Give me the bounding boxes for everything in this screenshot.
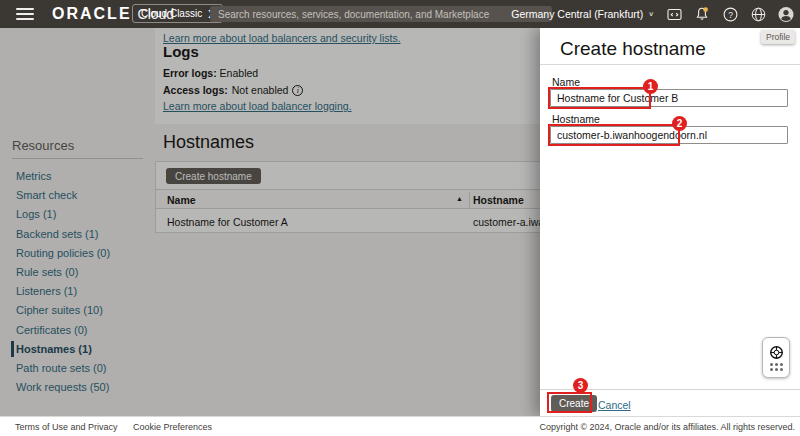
name-field[interactable] bbox=[550, 89, 788, 107]
annotation-badge-2: 2 bbox=[672, 116, 687, 131]
region-label: Germany Central (Frankfurt) bbox=[511, 8, 643, 20]
cookie-preferences-link[interactable]: Cookie Preferences bbox=[133, 422, 212, 432]
chevron-down-icon: ∨ bbox=[648, 10, 654, 17]
brand-primary: ORACLE bbox=[52, 5, 132, 23]
profile-tooltip: Profile bbox=[761, 30, 795, 44]
name-field-label: Name bbox=[552, 76, 580, 88]
region-selector[interactable]: Germany Central (Frankfurt) ∨ bbox=[511, 8, 654, 20]
hostname-field[interactable] bbox=[550, 126, 788, 144]
hostname-field-label: Hostname bbox=[552, 113, 600, 125]
help-icon[interactable]: ? bbox=[722, 6, 738, 22]
top-bar: ORACLE Cloud Cloud Classic ❯ Germany Cen… bbox=[0, 0, 800, 28]
svg-text:?: ? bbox=[728, 9, 733, 19]
page-footer: Terms of Use and Privacy Cookie Preferen… bbox=[0, 416, 800, 436]
terms-link[interactable]: Terms of Use and Privacy bbox=[15, 422, 118, 432]
support-widget[interactable] bbox=[762, 337, 790, 378]
oracle-cloud-console: ORACLE Cloud Cloud Classic ❯ Germany Cen… bbox=[0, 0, 800, 436]
panel-title-divider bbox=[540, 64, 800, 65]
language-globe-icon[interactable] bbox=[750, 6, 766, 22]
create-button[interactable]: Create bbox=[551, 395, 597, 412]
notifications-bell-icon[interactable] bbox=[694, 6, 710, 22]
modal-dim-overlay bbox=[0, 28, 540, 416]
annotation-badge-1: 1 bbox=[643, 79, 658, 94]
panel-title: Create hostname bbox=[560, 38, 706, 60]
copyright-text: Copyright © 2024, Oracle and/or its affi… bbox=[539, 422, 795, 432]
search-input[interactable] bbox=[210, 6, 552, 22]
profile-avatar-icon[interactable] bbox=[778, 6, 794, 22]
topbar-right-cluster: Germany Central (Frankfurt) ∨ ? bbox=[511, 0, 794, 28]
create-hostname-panel: Create hostname Name 1 Hostname 2 Create bbox=[540, 28, 800, 416]
life-buoy-icon bbox=[769, 345, 784, 360]
cloud-shell-icon[interactable] bbox=[666, 6, 682, 22]
cloud-classic-label: Cloud Classic bbox=[141, 5, 202, 22]
cancel-link[interactable]: Cancel bbox=[598, 399, 631, 411]
hamburger-menu-icon[interactable] bbox=[16, 8, 34, 20]
drag-handle-dots-icon[interactable] bbox=[770, 363, 783, 371]
annotation-badge-3: 3 bbox=[573, 378, 588, 393]
